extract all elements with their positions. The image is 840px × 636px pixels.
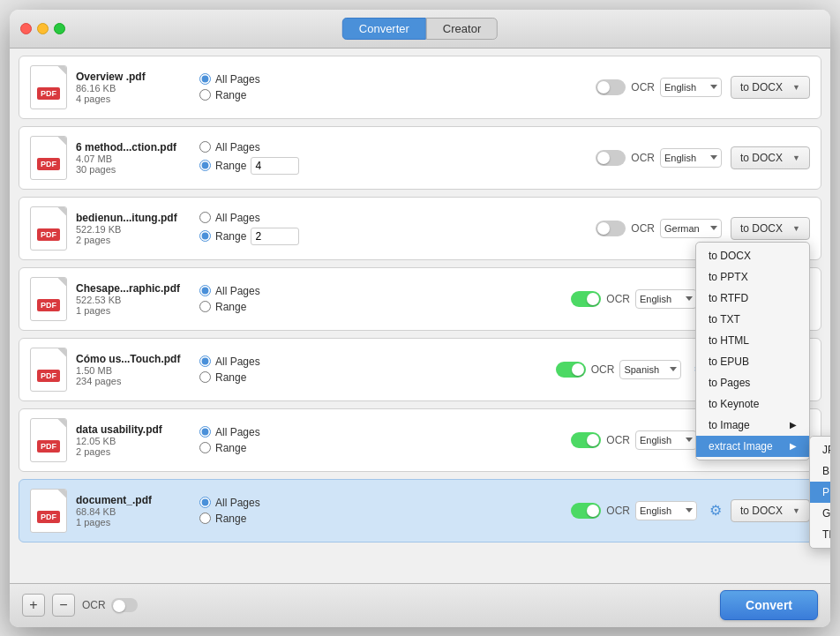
ocr-toggle[interactable]	[596, 221, 626, 236]
pdf-badge: PDF	[37, 228, 60, 241]
range-option[interactable]: Range	[199, 371, 305, 384]
settings-button[interactable]: ⚙	[706, 501, 725, 520]
all-pages-option[interactable]: All Pages	[199, 426, 305, 438]
dropdown-arrow-icon: ▼	[792, 153, 800, 162]
all-pages-option[interactable]: All Pages	[199, 141, 305, 153]
language-select[interactable]: English German Spanish	[619, 360, 681, 379]
ocr-toggle[interactable]	[596, 150, 626, 166]
format-button[interactable]: to DOCX ▼	[731, 146, 810, 169]
all-pages-option[interactable]: All Pages	[199, 285, 305, 297]
pdf-badge: PDF	[37, 87, 60, 100]
remove-file-button[interactable]: −	[52, 594, 75, 617]
submenu-item-gif[interactable]: GIF	[810, 503, 830, 524]
range-option[interactable]: Range	[199, 301, 305, 313]
convert-button[interactable]: Convert	[720, 590, 818, 620]
ocr-toggle[interactable]	[556, 362, 586, 378]
ocr-section: OCR English German Spanish	[571, 501, 697, 520]
minimize-button[interactable]	[37, 23, 49, 34]
submenu-item-bmp[interactable]: BMP	[810, 460, 830, 482]
file-pages: 2 pages	[76, 235, 191, 245]
file-info: Cómo us...Touch.pdf 1.50 MB 234 pages	[76, 353, 191, 386]
ocr-toggle[interactable]	[571, 503, 601, 519]
dropdown-item-txt[interactable]: to TXT	[696, 309, 809, 330]
table-row: PDF bedienun...itung.pdf 522.19 KB 2 pag…	[19, 197, 821, 260]
file-size: 86.16 KB	[76, 83, 191, 94]
language-select[interactable]: English German Spanish	[660, 78, 722, 97]
dropdown-arrow-icon: ▼	[792, 506, 800, 515]
language-select[interactable]: English German Spanish	[635, 289, 697, 309]
dropdown-item-docx[interactable]: to DOCX	[696, 245, 809, 266]
range-option[interactable]: Range	[199, 228, 305, 245]
dropdown-arrow-icon: ▼	[792, 83, 800, 92]
app-window: Converter Creator PDF Overview .pdf 86.1…	[10, 10, 830, 627]
range-option[interactable]: Range	[199, 89, 305, 101]
format-button[interactable]: to DOCX ▼	[731, 499, 810, 522]
tab-creator[interactable]: Creator	[426, 18, 498, 40]
row-right: to DOCX ▼	[731, 146, 810, 169]
file-size: 522.19 KB	[76, 224, 191, 235]
range-input[interactable]	[251, 228, 299, 245]
pdf-file-icon: PDF	[30, 136, 67, 180]
page-options: All Pages Range	[199, 497, 305, 525]
file-name: data usability.pdf	[76, 423, 191, 436]
row-right: to DOCX ▼	[731, 76, 810, 99]
page-options: All Pages Range	[199, 73, 305, 101]
format-button[interactable]: to DOCX ▼	[731, 76, 810, 99]
submenu-item-png[interactable]: PNG	[810, 482, 830, 503]
file-pages: 234 pages	[76, 376, 191, 386]
ocr-toggle[interactable]	[571, 432, 601, 448]
file-info: document_.pdf 68.84 KB 1 pages	[76, 494, 191, 528]
dropdown-item-image[interactable]: to Image ▶	[696, 415, 809, 436]
format-label: to DOCX	[740, 152, 783, 164]
submenu-arrow-icon: ▶	[790, 420, 797, 430]
tab-converter[interactable]: Converter	[342, 18, 426, 40]
file-size: 68.84 KB	[76, 506, 191, 517]
ocr-toggle[interactable]	[571, 291, 601, 307]
all-pages-option[interactable]: All Pages	[199, 212, 305, 224]
file-pages: 30 pages	[76, 164, 191, 175]
titlebar: Converter Creator	[10, 10, 830, 49]
range-input[interactable]	[251, 157, 299, 175]
language-select[interactable]: English German Spanish	[660, 148, 722, 168]
table-row: PDF Overview .pdf 86.16 KB 4 pages All P…	[19, 56, 821, 119]
format-label: to DOCX	[740, 81, 783, 94]
submenu-item-tiff[interactable]: TIFF	[810, 524, 830, 545]
pdf-file-icon: PDF	[30, 206, 67, 251]
ocr-toggle[interactable]	[596, 79, 626, 95]
close-button[interactable]	[20, 23, 32, 34]
format-button[interactable]: to DOCX ▼	[731, 217, 810, 240]
dropdown-item-epub[interactable]: to EPUB	[696, 351, 809, 372]
pdf-badge: PDF	[37, 511, 60, 523]
all-pages-option[interactable]: All Pages	[199, 355, 305, 368]
language-select[interactable]: English German Spanish	[635, 501, 697, 520]
dropdown-item-extract-image[interactable]: extract Image ▶ JPEG BMP PNG GIF TIFF	[696, 436, 809, 457]
dropdown-item-keynote[interactable]: to Keynote	[696, 393, 809, 415]
pdf-file-icon: PDF	[30, 277, 67, 321]
all-pages-option[interactable]: All Pages	[199, 497, 305, 509]
ocr-global-toggle[interactable]	[111, 598, 138, 612]
maximize-button[interactable]	[54, 23, 65, 34]
ocr-section: OCR English German Spanish	[571, 289, 697, 309]
pdf-file-icon: PDF	[30, 489, 67, 533]
pdf-badge: PDF	[37, 299, 60, 311]
all-pages-option[interactable]: All Pages	[199, 73, 305, 86]
pdf-badge: PDF	[37, 440, 60, 453]
file-info: Chesape...raphic.pdf 522.53 KB 1 pages	[76, 282, 191, 316]
language-select[interactable]: English German Spanish	[635, 430, 697, 450]
submenu-item-jpeg[interactable]: JPEG	[810, 439, 830, 460]
range-option[interactable]: Range	[199, 442, 305, 454]
traffic-lights	[20, 23, 65, 34]
dropdown-item-pages[interactable]: to Pages	[696, 372, 809, 393]
file-list: PDF Overview .pdf 86.16 KB 4 pages All P…	[10, 49, 830, 583]
ocr-section: OCR English German Spanish	[596, 219, 722, 238]
language-select[interactable]: English German Spanish	[660, 219, 722, 238]
range-option[interactable]: Range	[199, 513, 305, 525]
dropdown-item-html[interactable]: to HTML	[696, 330, 809, 351]
file-pages: 4 pages	[76, 94, 191, 104]
format-label: to DOCX	[740, 505, 783, 517]
file-name: Cómo us...Touch.pdf	[76, 353, 191, 365]
range-option[interactable]: Range	[199, 157, 305, 175]
dropdown-item-rtfd[interactable]: to RTFD	[696, 288, 809, 309]
dropdown-item-pptx[interactable]: to PPTX	[696, 266, 809, 288]
add-file-button[interactable]: +	[22, 594, 45, 617]
